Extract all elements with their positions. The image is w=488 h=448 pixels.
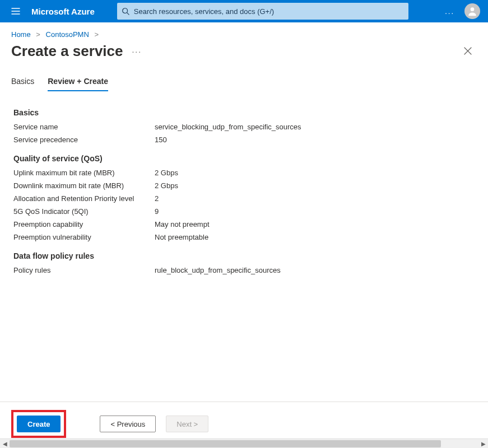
horizontal-scrollbar[interactable]: ◀ ▶ — [0, 438, 488, 448]
kv-value: 2 Gbps — [155, 181, 178, 190]
search-input[interactable] — [134, 7, 404, 16]
review-content: Basics Service name service_blocking_udp… — [0, 91, 488, 274]
breadcrumb-resource[interactable]: ContosoPMN — [46, 30, 89, 39]
kv-key: Service name — [13, 123, 155, 131]
kv-row: Preemption capability May not preempt — [13, 220, 475, 228]
tab-bar: Basics Review + Create — [0, 64, 488, 91]
brand-label[interactable]: Microsoft Azure — [31, 7, 95, 16]
section-heading-qos: Quality of service (QoS) — [13, 154, 475, 163]
kv-key: Uplink maximum bit rate (MBR) — [13, 169, 155, 177]
kv-value: 150 — [155, 136, 167, 144]
kv-row: Preemption vulnerability Not preemptable — [13, 233, 475, 241]
kv-key: Preemption capability — [13, 220, 155, 228]
search-icon — [122, 7, 129, 15]
kv-key: Preemption vulnerability — [13, 233, 155, 241]
wizard-footer: Create < Previous Next > — [0, 402, 488, 438]
svg-line-1 — [127, 13, 129, 15]
kv-value: service_blocking_udp_from_specific_sourc… — [155, 123, 301, 131]
kv-value: 9 — [155, 207, 159, 216]
title-more-button[interactable]: ... — [132, 45, 142, 57]
kv-value: 2 — [155, 194, 159, 203]
svg-point-0 — [123, 8, 128, 13]
footer-nav-buttons: < Previous Next > — [100, 416, 208, 432]
kv-row: Policy rules rule_block_udp_from_specifi… — [13, 266, 475, 274]
account-avatar[interactable] — [464, 3, 480, 19]
user-icon — [467, 6, 478, 17]
kv-value: May not preempt — [155, 220, 210, 228]
breadcrumb-separator: > — [94, 30, 99, 39]
kv-key: Downlink maximum bit rate (MBR) — [13, 181, 155, 190]
scroll-right-arrow[interactable]: ▶ — [478, 439, 488, 449]
kv-value: 2 Gbps — [155, 169, 178, 177]
breadcrumb: Home > ContosoPMN > — [0, 22, 488, 42]
breadcrumb-home[interactable]: Home — [11, 30, 31, 39]
global-search[interactable] — [117, 3, 408, 20]
close-icon — [464, 47, 472, 55]
scroll-left-arrow[interactable]: ◀ — [0, 439, 10, 449]
close-button[interactable] — [459, 42, 477, 60]
kv-row: Service name service_blocking_udp_from_s… — [13, 123, 475, 131]
scroll-thumb[interactable] — [10, 440, 441, 447]
kv-row: Service precedence 150 — [13, 136, 475, 144]
section-heading-rules: Data flow policy rules — [13, 251, 475, 260]
global-header: Microsoft Azure ... — [0, 0, 488, 22]
header-more-button[interactable]: ... — [438, 7, 461, 16]
kv-key: Service precedence — [13, 136, 155, 144]
kv-value: rule_block_udp_from_specific_sources — [155, 266, 281, 274]
kv-row: Allocation and Retention Priority level … — [13, 194, 475, 203]
kv-row: Downlink maximum bit rate (MBR) 2 Gbps — [13, 181, 475, 190]
next-button: Next > — [166, 416, 208, 432]
kv-key: 5G QoS Indicator (5QI) — [13, 207, 155, 216]
page-title: Create a service — [11, 43, 123, 60]
kv-key: Allocation and Retention Priority level — [13, 194, 155, 203]
kv-value: Not preemptable — [155, 233, 208, 241]
kv-row: Uplink maximum bit rate (MBR) 2 Gbps — [13, 169, 475, 177]
tab-review-create[interactable]: Review + Create — [48, 77, 108, 91]
section-heading-basics: Basics — [13, 108, 475, 117]
svg-point-2 — [471, 7, 475, 11]
breadcrumb-separator: > — [36, 30, 40, 39]
create-highlight-box: Create — [11, 410, 66, 438]
title-row: Create a service ... — [0, 42, 488, 64]
kv-row: 5G QoS Indicator (5QI) 9 — [13, 207, 475, 216]
tab-basics[interactable]: Basics — [11, 77, 34, 91]
previous-button[interactable]: < Previous — [100, 416, 156, 432]
scroll-track[interactable] — [10, 439, 478, 449]
create-button[interactable]: Create — [17, 416, 61, 432]
menu-icon[interactable] — [4, 0, 27, 22]
kv-key: Policy rules — [13, 266, 155, 274]
